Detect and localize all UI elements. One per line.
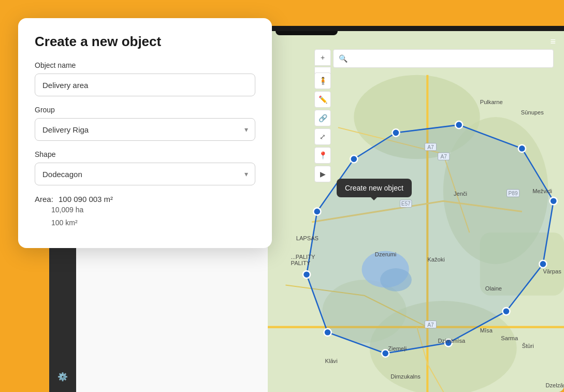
person-tool-button[interactable]: 🧍: [314, 72, 331, 89]
map-left-tools: 🧍 ✏️ 🔗 ⤢ 📍 ▶: [314, 72, 331, 182]
svg-text:Dzelzāmuts: Dzelzāmuts: [546, 382, 565, 388]
shape-label: Shape: [35, 150, 255, 158]
svg-point-24: [502, 308, 510, 315]
svg-text:Ziemeļi: Ziemeļi: [388, 345, 407, 352]
search-icon: 🔍: [339, 54, 348, 63]
svg-text:Jenči: Jenči: [454, 191, 467, 197]
svg-text:Mežvidi: Mežvidi: [532, 188, 552, 194]
play-tool-button[interactable]: ▶: [314, 166, 331, 182]
area-info: Area: 100 090 003 m² 10,009 ha 100 km²: [35, 195, 255, 229]
edit-tool-button[interactable]: ✏️: [314, 91, 331, 108]
svg-point-28: [303, 271, 310, 278]
tablet-notch: [276, 31, 338, 35]
svg-point-19: [392, 129, 399, 136]
shape-select[interactable]: Dodecagon: [35, 163, 255, 185]
svg-point-23: [539, 260, 546, 268]
create-object-tooltip: Create new object: [337, 179, 412, 197]
svg-text:Vārpas: Vārpas: [543, 268, 561, 274]
svg-text:Dzimtmīsa: Dzimtmīsa: [438, 338, 466, 344]
shape-select-wrapper: Dodecagon ▾: [35, 163, 255, 185]
svg-point-27: [324, 329, 331, 336]
group-select[interactable]: Delivery Riga: [35, 118, 255, 141]
svg-text:Sarma: Sarma: [501, 335, 518, 341]
area-secondary: 10,009 ha 100 km²: [35, 204, 255, 229]
svg-text:Dimzukalns: Dimzukalns: [391, 373, 421, 380]
svg-point-29: [313, 208, 321, 215]
svg-point-22: [550, 197, 557, 205]
svg-text:Olaine: Olaine: [485, 285, 502, 292]
svg-text:LAPSAS: LAPSAS: [296, 235, 319, 241]
svg-point-21: [518, 145, 526, 152]
svg-point-30: [350, 155, 357, 163]
svg-text:Mīsa: Mīsa: [480, 327, 493, 333]
create-object-card: Create a new object Object name Group De…: [18, 18, 272, 248]
svg-text:Kažoki: Kažoki: [427, 256, 444, 263]
sidebar-icon-settings[interactable]: ⚙️: [53, 367, 72, 386]
svg-point-20: [455, 121, 462, 128]
group-label: Group: [35, 106, 255, 114]
object-name-input[interactable]: [35, 74, 255, 96]
location-tool-button[interactable]: 📍: [314, 147, 331, 164]
group-select-wrapper: Delivery Riga ▾: [35, 118, 255, 141]
card-title: Create a new object: [35, 34, 255, 50]
object-name-label: Object name: [35, 61, 255, 69]
svg-text:Klāvi: Klāvi: [325, 358, 338, 364]
svg-text:Sūnupes: Sūnupes: [521, 109, 544, 115]
svg-text:Pulkarne: Pulkarne: [480, 99, 503, 105]
svg-text:PALITY: PALITY: [291, 260, 311, 266]
area-main-text: Area: 100 090 003 m²: [35, 195, 255, 204]
svg-text:Štūri: Štūri: [522, 343, 534, 349]
zoom-in-button[interactable]: +: [314, 49, 331, 66]
link-tool-button[interactable]: 🔗: [314, 110, 331, 126]
map-menu-icon[interactable]: ≡: [550, 36, 556, 47]
svg-text:Dzerumi: Dzerumi: [375, 251, 396, 257]
expand-tool-button[interactable]: ⤢: [314, 128, 331, 145]
svg-text:...PALITY: ...PALITY: [291, 254, 315, 260]
map-search-bar[interactable]: 🔍: [333, 49, 554, 68]
